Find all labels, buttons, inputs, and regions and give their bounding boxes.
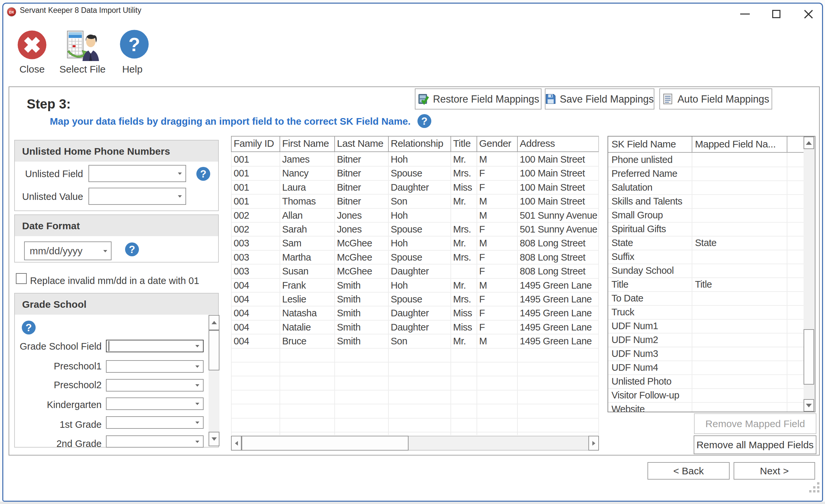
svg-text:?: ? xyxy=(128,34,140,55)
svg-text:DX: DX xyxy=(9,10,14,14)
